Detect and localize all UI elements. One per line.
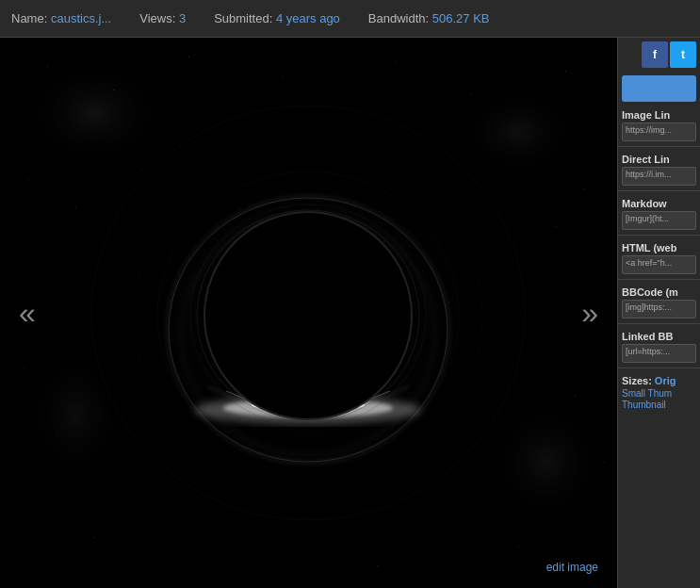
social-icons-row: f t xyxy=(618,38,700,72)
svg-rect-19 xyxy=(24,368,24,368)
sizes-section: Sizes: Orig Small Thum Thumbnail xyxy=(618,371,700,414)
main-content: « » edit image f t Image Lin https://img… xyxy=(0,38,700,588)
image-link-section: Image Lin https://img... xyxy=(618,106,700,143)
svg-rect-7 xyxy=(47,66,48,67)
svg-rect-16 xyxy=(141,170,142,171)
bbcode-section: BBCode (m [img]https:... xyxy=(618,283,700,320)
markdown-section: Markdow [Imgur](ht... xyxy=(618,194,700,232)
name-value: caustics.j... xyxy=(51,11,111,25)
name-field: Name: caustics.j... xyxy=(11,11,111,25)
svg-rect-21 xyxy=(575,396,576,397)
thumbnail-link[interactable]: Thumbnail xyxy=(622,400,696,410)
twitter-icon[interactable]: t xyxy=(670,41,696,68)
image-area: « » edit image xyxy=(0,38,617,588)
facebook-icon[interactable]: f xyxy=(642,41,668,68)
svg-rect-18 xyxy=(556,226,557,227)
image-link-label: Image Lin xyxy=(622,109,696,121)
prev-arrow[interactable]: « xyxy=(9,286,45,340)
svg-rect-13 xyxy=(565,71,566,72)
svg-rect-25 xyxy=(518,547,519,547)
submitted-field: Submitted: 4 years ago xyxy=(214,11,340,25)
html-label: HTML (web xyxy=(622,242,696,253)
divider-2 xyxy=(618,190,700,191)
svg-rect-9 xyxy=(188,57,189,57)
svg-rect-15 xyxy=(75,207,76,208)
bbcode-input[interactable]: [img]https:... xyxy=(622,300,696,318)
sizes-links: Small Thum Thumbnail xyxy=(622,388,696,410)
divider-1 xyxy=(618,146,700,147)
svg-rect-20 xyxy=(57,433,57,434)
svg-rect-23 xyxy=(94,537,95,538)
svg-rect-22 xyxy=(603,462,604,463)
linked-bb-label: Linked BB xyxy=(622,331,696,342)
views-value: 3 xyxy=(179,11,186,25)
svg-rect-12 xyxy=(471,94,472,95)
direct-link-section: Direct Lin https://i.im... xyxy=(618,150,700,188)
divider-3 xyxy=(618,235,700,236)
linked-bb-input[interactable]: [url=https:... xyxy=(622,344,696,363)
edit-image-link[interactable]: edit image xyxy=(546,561,598,574)
direct-link-input[interactable]: https://i.im... xyxy=(622,167,696,186)
svg-point-1 xyxy=(19,57,170,170)
svg-rect-17 xyxy=(584,188,585,189)
bandwidth-field: Bandwidth: 506.27 KB xyxy=(368,11,490,25)
svg-point-33 xyxy=(204,212,412,419)
markdown-label: Markdow xyxy=(622,198,696,209)
sizes-label: Sizes: Orig xyxy=(622,375,696,386)
next-arrow[interactable]: » xyxy=(572,286,608,340)
image-display xyxy=(0,38,617,588)
bbcode-label: BBCode (m xyxy=(622,286,696,298)
views-field: Views: 3 xyxy=(139,11,186,25)
submitted-value: 4 years ago xyxy=(276,11,340,25)
header-bar: Name: caustics.j... Views: 3 Submitted: … xyxy=(0,0,700,38)
bandwidth-value: 506.27 KB xyxy=(432,11,490,25)
html-section: HTML (web <a href="h... xyxy=(618,238,700,276)
html-input[interactable]: <a href="h... xyxy=(622,255,696,274)
markdown-input[interactable]: [Imgur](ht... xyxy=(622,211,696,230)
divider-4 xyxy=(618,279,700,280)
divider-5 xyxy=(618,323,700,324)
svg-rect-10 xyxy=(283,75,284,76)
divider-6 xyxy=(618,368,700,368)
svg-rect-24 xyxy=(377,565,378,566)
svg-rect-14 xyxy=(28,179,29,180)
image-link-input[interactable]: https://img... xyxy=(622,122,696,141)
svg-rect-11 xyxy=(396,61,397,62)
share-button[interactable] xyxy=(622,75,696,102)
svg-rect-8 xyxy=(113,90,114,90)
direct-link-label: Direct Lin xyxy=(622,154,696,165)
sidebar: f t Image Lin https://img... Direct Lin … xyxy=(617,38,700,588)
small-thumb-link[interactable]: Small Thum xyxy=(622,388,696,399)
linked-bb-section: Linked BB [url=https:... xyxy=(618,327,700,365)
